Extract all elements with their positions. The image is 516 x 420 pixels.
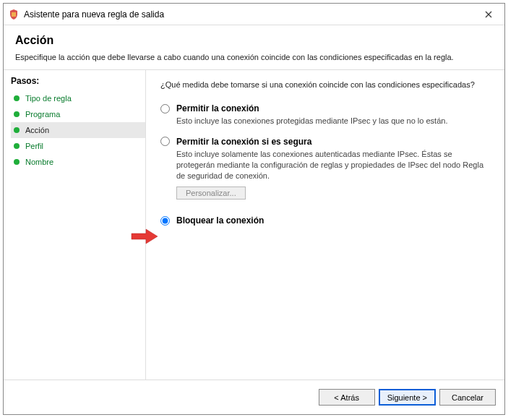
question-text: ¿Qué medida debe tomarse si una conexión… [160,80,491,89]
window-title: Asistente para nueva regla de salida [24,9,473,20]
radio-bloquear[interactable] [160,216,170,226]
steps-sidebar: Pasos: Tipo de regla Programa Acción Per… [4,70,145,380]
bullet-icon [14,143,20,149]
option-label: Permitir la conexión si es segura [176,137,311,147]
radio-permitir[interactable] [160,104,170,113]
next-button[interactable]: Siguiente > [379,389,436,406]
bullet-icon [14,127,20,133]
option-desc: Esto incluye las conexiones protegidas m… [176,116,491,127]
option-label: Bloquear la conexión [176,215,264,226]
step-label: Nombre [25,158,53,166]
cancel-button[interactable]: Cancelar [439,389,496,406]
footer-buttons: < Atrás Siguiente > Cancelar [4,380,504,414]
close-button[interactable] [473,4,504,25]
page-subtitle: Especifique la acción que debe llevarse … [15,53,493,61]
app-icon [8,9,20,20]
bullet-icon [14,95,20,101]
option-desc: Esto incluye solamente las conexiones au… [176,149,491,181]
header-section: Acción Especifique la acción que debe ll… [4,25,504,69]
step-label: Perfil [25,142,43,150]
svg-rect-0 [12,12,16,17]
wizard-window: Asistente para nueva regla de salida Acc… [3,3,505,415]
arrow-callout-icon [130,228,159,245]
step-label: Acción [25,126,49,134]
step-accion[interactable]: Acción [11,122,145,138]
step-nombre[interactable]: Nombre [11,154,145,170]
back-button[interactable]: < Atrás [319,389,375,406]
step-tipo-de-regla[interactable]: Tipo de regla [11,90,145,106]
bullet-icon [14,159,20,165]
option-permitir-segura: Permitir la conexión si es segura Esto i… [160,137,491,200]
step-programa[interactable]: Programa [11,106,145,122]
step-label: Tipo de regla [25,94,72,103]
body: Pasos: Tipo de regla Programa Acción Per… [4,69,504,380]
option-permitir: Permitir la conexión Esto incluye las co… [160,103,491,127]
steps-heading: Pasos: [11,76,145,86]
main-panel: ¿Qué medida debe tomarse si una conexión… [145,70,504,380]
bullet-icon [14,111,20,117]
step-label: Programa [25,110,60,119]
page-title: Acción [15,34,493,47]
step-perfil[interactable]: Perfil [11,138,145,154]
option-bloquear: Bloquear la conexión [160,215,491,226]
titlebar: Asistente para nueva regla de salida [4,4,504,25]
radio-permitir-segura[interactable] [160,137,170,146]
option-label: Permitir la conexión [176,103,259,113]
customize-button: Personalizar... [176,187,246,200]
